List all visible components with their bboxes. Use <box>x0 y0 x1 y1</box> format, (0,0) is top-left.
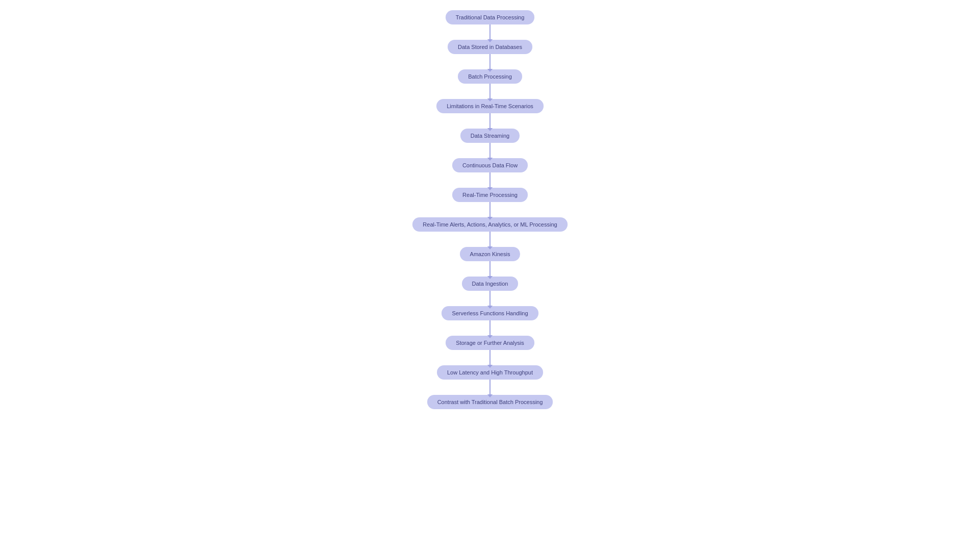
connector-5 <box>489 143 491 158</box>
connector-4 <box>489 113 491 129</box>
connector-8 <box>489 232 491 247</box>
connector-13 <box>489 380 491 395</box>
connector-9 <box>489 261 491 277</box>
connector-12 <box>489 350 491 365</box>
node-1: Traditional Data Processing <box>446 10 535 24</box>
connector-10 <box>489 291 491 306</box>
connector-2 <box>489 54 491 69</box>
connector-11 <box>489 320 491 336</box>
connector-3 <box>489 84 491 99</box>
connector-6 <box>489 172 491 188</box>
connector-1 <box>489 24 491 40</box>
flowchart: Traditional Data ProcessingData Stored i… <box>0 0 980 430</box>
connector-7 <box>489 202 491 217</box>
